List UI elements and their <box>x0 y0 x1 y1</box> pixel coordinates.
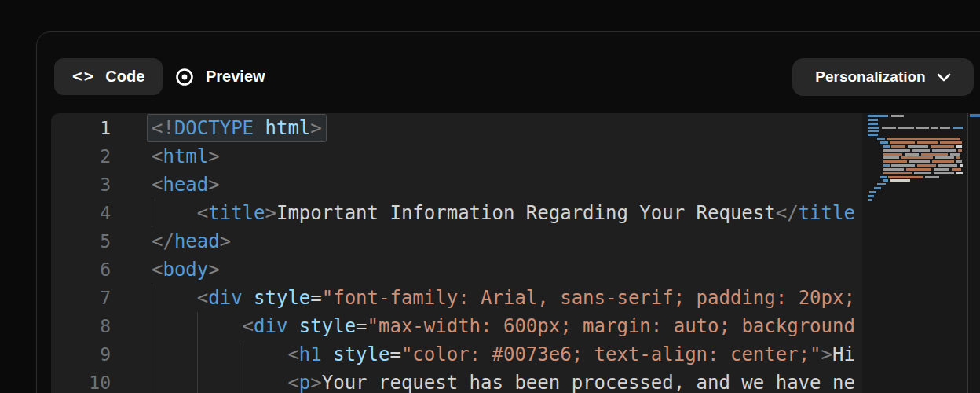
scrollbar[interactable] <box>967 113 980 393</box>
code-line[interactable]: 2<html> <box>51 142 862 171</box>
code-line[interactable]: 7 <div style="font-family: Arial, sans-s… <box>51 284 862 312</box>
chevron-down-icon <box>937 73 951 82</box>
line-number: 1 <box>51 114 111 142</box>
line-number: 4 <box>51 199 111 227</box>
code-text: <body> <box>152 255 220 284</box>
code-viewport[interactable]: 1<!DOCTYPE html>2<html>3<head>4 <title>I… <box>51 113 862 393</box>
code-line[interactable]: 5</head> <box>51 227 862 255</box>
line-number: 3 <box>51 171 111 199</box>
line-number: 2 <box>51 142 111 171</box>
minimap-row <box>869 191 876 193</box>
code-text: <h1 style="color: #0073e6; text-align: c… <box>152 340 855 369</box>
code-text: <p>Your request has been processed, and … <box>152 369 855 393</box>
tab-preview-label: Preview <box>206 68 265 86</box>
line-number: 10 <box>51 369 111 393</box>
code-text: </head> <box>152 227 231 255</box>
minimap-row <box>883 145 962 148</box>
line-number: 9 <box>51 340 111 369</box>
personalization-label: Personalization <box>815 68 925 86</box>
minimap-row <box>868 123 878 125</box>
tab-code-label: Code <box>105 68 144 86</box>
minimap[interactable] <box>862 113 967 393</box>
code-text: <div style="max-width: 600px; margin: au… <box>152 312 855 340</box>
minimap-row <box>868 199 872 201</box>
code-text: <html> <box>152 142 220 171</box>
line-number: 5 <box>51 227 111 255</box>
personalization-dropdown[interactable]: Personalization <box>792 58 974 96</box>
minimap-row <box>874 187 881 189</box>
minimap-row <box>868 134 878 136</box>
editor-panel: <> Code Preview Personalization 1<!DOCTY… <box>36 31 980 393</box>
code-text: <!DOCTYPE html> <box>152 114 326 142</box>
line-number: 7 <box>51 284 111 312</box>
minimap-row <box>868 130 879 132</box>
code-line[interactable]: 8 <div style="max-width: 600px; margin: … <box>51 312 862 340</box>
minimap-row <box>883 168 961 171</box>
code-line[interactable]: 1<!DOCTYPE html> <box>51 114 862 142</box>
minimap-row <box>883 160 962 163</box>
code-text: <title>Important Information Regarding Y… <box>152 199 855 227</box>
minimap-row <box>868 119 878 121</box>
code-text: <head> <box>152 171 220 199</box>
minimap-row <box>868 115 904 117</box>
minimap-row <box>880 176 939 178</box>
code-editor[interactable]: 1<!DOCTYPE html>2<html>3<head>4 <title>I… <box>51 113 980 393</box>
line-number: 8 <box>51 312 111 340</box>
minimap-row <box>868 127 963 129</box>
code-icon: <> <box>72 67 95 86</box>
code-lines: 1<!DOCTYPE html>2<html>3<head>4 <title>I… <box>51 114 862 393</box>
minimap-row <box>883 179 910 182</box>
minimap-row <box>880 141 962 144</box>
tab-preview[interactable]: Preview <box>174 58 265 95</box>
selection-overview-marker <box>970 114 980 117</box>
minimap-row <box>877 138 960 140</box>
minimap-row <box>883 172 963 174</box>
code-line[interactable]: 9 <h1 style="color: #0073e6; text-align:… <box>51 340 862 369</box>
code-text: <div style="font-family: Arial, sans-ser… <box>152 284 855 312</box>
code-line[interactable]: 6<body> <box>51 255 862 284</box>
minimap-row <box>877 183 886 185</box>
tab-code[interactable]: <> Code <box>54 58 163 95</box>
minimap-row <box>883 153 960 156</box>
eye-icon <box>174 66 196 88</box>
screenshot-stage: <> Code Preview Personalization 1<!DOCTY… <box>0 0 980 393</box>
selection-highlight: <!DOCTYPE html> <box>148 115 326 141</box>
code-line[interactable]: 10 <p>Your request has been processed, a… <box>51 369 862 393</box>
code-line[interactable]: 3<head> <box>51 171 862 199</box>
code-line[interactable]: 4 <title>Important Information Regarding… <box>51 199 862 227</box>
minimap-row <box>883 164 963 167</box>
minimap-row <box>868 195 874 197</box>
minimap-row <box>883 156 960 159</box>
minimap-row <box>883 149 962 152</box>
line-number: 6 <box>51 255 111 284</box>
